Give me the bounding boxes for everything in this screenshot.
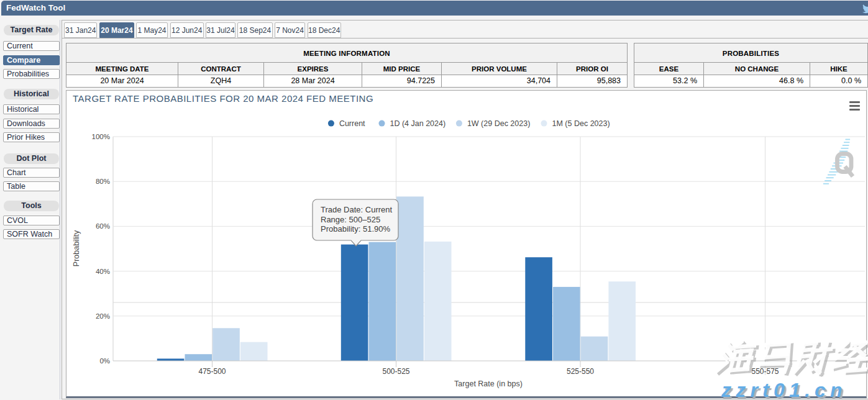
svg-text:1W (29 Dec 2023): 1W (29 Dec 2023) bbox=[467, 119, 530, 128]
svg-text:60%: 60% bbox=[96, 222, 110, 230]
svg-text:1D (4 Jan 2024): 1D (4 Jan 2024) bbox=[390, 119, 446, 128]
svg-text:Target Rate (in bps): Target Rate (in bps) bbox=[454, 380, 523, 388]
svg-text:Range: 500–525: Range: 500–525 bbox=[321, 215, 380, 224]
svg-text:475-500: 475-500 bbox=[198, 367, 226, 376]
svg-text:40%: 40% bbox=[96, 268, 110, 275]
svg-text:1M (5 Dec 2023): 1M (5 Dec 2023) bbox=[552, 119, 610, 128]
svg-text:Current: Current bbox=[339, 119, 365, 128]
svg-text:0%: 0% bbox=[99, 357, 110, 365]
svg-text:Trade Date: Current: Trade Date: Current bbox=[321, 205, 393, 214]
svg-text:500-525: 500-525 bbox=[382, 367, 409, 376]
svg-text:Probability: Probability bbox=[72, 230, 81, 266]
svg-text:100%: 100% bbox=[92, 133, 110, 140]
svg-text:20%: 20% bbox=[96, 312, 110, 320]
svg-text:525-550: 525-550 bbox=[567, 367, 594, 376]
svg-text:80%: 80% bbox=[96, 178, 110, 185]
svg-text:550-575: 550-575 bbox=[751, 367, 779, 376]
svg-text:Probability: 51.90%: Probability: 51.90% bbox=[321, 224, 390, 234]
